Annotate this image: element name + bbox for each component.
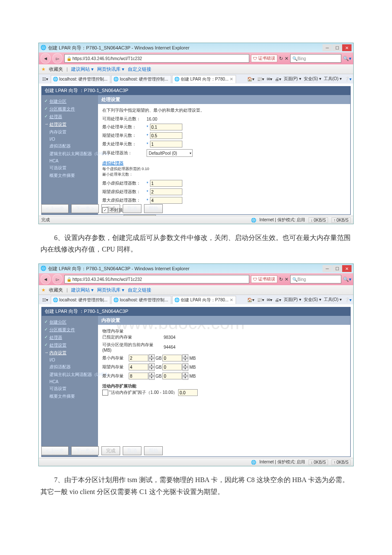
ame-checkbox[interactable] xyxy=(102,390,108,396)
address-bar[interactable]: 🔒 https://10.43.246.91/hmc/wcl/T1c232 xyxy=(64,275,249,283)
tab-close-icon[interactable]: ✕ xyxy=(230,298,233,302)
page-menu[interactable]: 页面(P) ▾ xyxy=(284,76,301,82)
next-button[interactable]: 下一步 > xyxy=(71,446,98,455)
search-box[interactable]: 🔍 Bing xyxy=(290,54,341,63)
speed-down: ↓ 0KB/S xyxy=(308,460,328,465)
min-pu-input[interactable] xyxy=(150,124,182,130)
forward-button[interactable]: ▻ xyxy=(52,53,63,64)
vp-min-input[interactable] xyxy=(150,180,182,187)
feed-icon[interactable]: 📰▾ xyxy=(257,298,264,302)
browser-tab-active[interactable]: 🌐创建 LPAR 向导：P780...✕ xyxy=(172,75,236,83)
browser-tab-active[interactable]: 🌐创建 LPAR 向导：P780...✕ xyxy=(172,296,236,304)
browser-tab[interactable]: 🌐localhost: 硬件管理控制... xyxy=(51,75,110,83)
step-profile[interactable]: 分区概要文件 xyxy=(44,105,95,113)
forward-button[interactable]: ▻ xyxy=(52,274,63,284)
stepper[interactable]: ▴▾ xyxy=(182,354,188,362)
mem-max-mb-input[interactable] xyxy=(162,373,182,379)
mem-max-gb-input[interactable] xyxy=(129,373,148,379)
back-button[interactable]: < 上一步 xyxy=(41,446,69,455)
max-pu-input[interactable] xyxy=(150,141,182,147)
browser-tab[interactable]: 🌐localhost: 硬件管理控制... xyxy=(51,296,110,304)
vp-max-input[interactable] xyxy=(150,197,182,204)
stepper[interactable]: ▴▾ xyxy=(182,372,188,380)
search-magnifier-icon[interactable]: 🔍▾ xyxy=(343,56,352,61)
close-button[interactable]: ✕ xyxy=(342,265,352,272)
search-magnifier-icon[interactable]: 🔍▾ xyxy=(343,277,352,282)
desired-pu-input[interactable] xyxy=(150,132,182,139)
cert-warning[interactable]: 🛡 证书错误 xyxy=(251,275,277,283)
mail-icon[interactable]: ✉▾ xyxy=(267,298,272,302)
close-button[interactable]: ✕ xyxy=(342,44,352,51)
help-icon[interactable]: ❔▾ xyxy=(344,77,352,81)
vp-desired-input[interactable] xyxy=(150,188,182,195)
feed-icon[interactable]: 📰▾ xyxy=(257,77,264,81)
page-menu[interactable]: 页面(P) ▾ xyxy=(284,297,301,303)
stepper[interactable]: ▴▾ xyxy=(182,363,188,371)
mem-desired-mb-input[interactable] xyxy=(162,364,182,370)
refresh-icon[interactable]: ↻ xyxy=(279,56,283,61)
safety-menu[interactable]: 安全(S) ▾ xyxy=(304,297,321,303)
cert-warning[interactable]: 🛡 证书错误 xyxy=(251,55,277,62)
step-processor[interactable]: 处理器 xyxy=(44,334,95,341)
stepper[interactable]: ▴▾ xyxy=(149,354,155,362)
section-title: 内存设置 xyxy=(98,316,350,325)
print-icon[interactable]: 🖨▾ xyxy=(275,77,281,81)
back-button[interactable]: ◄ xyxy=(40,53,51,64)
browser-tab[interactable]: 🌐localhost: 硬件管理控制... xyxy=(111,75,171,83)
home-icon[interactable]: 🏠▾ xyxy=(247,77,254,81)
suggested-sites-link[interactable]: 建议网站 ▾ xyxy=(71,66,94,72)
favorites-star-icon[interactable]: ★ xyxy=(41,287,46,293)
mem-min-gb-input[interactable] xyxy=(129,355,148,361)
step-profile[interactable]: 分区概要文件 xyxy=(44,326,95,334)
tab-close-icon[interactable]: ✕ xyxy=(230,77,233,81)
mail-icon[interactable]: ✉▾ xyxy=(267,77,272,81)
mem-min-mb-input[interactable] xyxy=(162,355,182,361)
news-library-link[interactable]: 网页快讯库 ▾ xyxy=(97,287,124,293)
help-icon[interactable]: ❔▾ xyxy=(344,298,352,302)
step-create[interactable]: 创建分区 xyxy=(44,98,95,105)
stepper[interactable]: ▴▾ xyxy=(149,372,155,380)
weight-input[interactable] xyxy=(124,215,156,216)
step-proc-settings[interactable]: 处理设置 xyxy=(44,121,95,128)
address-bar[interactable]: 🔒 https://10.43.246.91/hmc/wcl/T1c232 xyxy=(64,54,249,63)
stop-icon[interactable]: ✕ xyxy=(285,56,288,61)
step-memory[interactable]: 内存设置 xyxy=(44,349,95,357)
next-button[interactable]: 下一步 > xyxy=(71,204,98,213)
total-pu-label: 可用处理单元总数： xyxy=(102,116,145,122)
wizard-header: 创建 LPAR 向导 ：P780-1_SN064AC3P xyxy=(41,86,351,95)
suggested-sites-link[interactable]: 建议网站 ▾ xyxy=(71,287,94,293)
step-processor[interactable]: 处理器 xyxy=(44,113,95,121)
custom-link[interactable]: 自定义链接 xyxy=(128,66,151,72)
favorites-star-icon[interactable]: ★ xyxy=(41,66,46,72)
ie-icon: 🌐 xyxy=(40,45,46,51)
step-create[interactable]: 创建分区 xyxy=(44,318,95,326)
custom-link[interactable]: 自定义链接 xyxy=(128,287,151,293)
search-box[interactable]: 🔍 Bing xyxy=(290,275,341,283)
step-virtual-adapters: 虚拟适配器 xyxy=(44,363,95,371)
news-library-link[interactable]: 网页快讯库 ▾ xyxy=(97,66,124,72)
speed-down: ↓ 0KB/S xyxy=(308,217,328,223)
ame-factor-input[interactable] xyxy=(178,389,198,396)
favorites-bar: ★ 收藏夹 | 建议网站 ▾ 网页快讯库 ▾ 自定义链接 xyxy=(39,285,353,295)
tabs-menu-icon[interactable]: ☷▾ xyxy=(40,298,50,302)
maximize-button[interactable]: ☐ xyxy=(332,44,342,51)
step-proc-settings[interactable]: 处理设置 xyxy=(44,341,95,349)
minimize-button[interactable]: ─ xyxy=(323,44,332,51)
tools-menu[interactable]: 工具(O) ▾ xyxy=(324,297,342,303)
back-button[interactable]: < 上一步 xyxy=(41,204,69,213)
minimize-button[interactable]: ─ xyxy=(323,265,332,272)
refresh-icon[interactable]: ↻ xyxy=(279,277,283,282)
pool-select[interactable]: DefaultPool (0) xyxy=(147,149,193,157)
tabs-menu-icon[interactable]: ☷▾ xyxy=(40,77,50,81)
mem-desired-gb-input[interactable] xyxy=(129,364,148,370)
back-button[interactable]: ◄ xyxy=(40,274,51,284)
print-icon[interactable]: 🖨▾ xyxy=(275,298,281,302)
safety-menu[interactable]: 安全(S) ▾ xyxy=(304,76,321,82)
maximize-button[interactable]: ☐ xyxy=(332,265,342,272)
home-icon[interactable]: 🏠▾ xyxy=(247,298,254,302)
tools-menu[interactable]: 工具(O) ▾ xyxy=(324,76,342,82)
stop-icon[interactable]: ✕ xyxy=(285,277,288,282)
uncapped-checkbox[interactable]: ✓ xyxy=(102,207,108,213)
browser-tab[interactable]: 🌐localhost: 硬件管理控制... xyxy=(111,296,171,304)
stepper[interactable]: ▴▾ xyxy=(149,363,155,371)
